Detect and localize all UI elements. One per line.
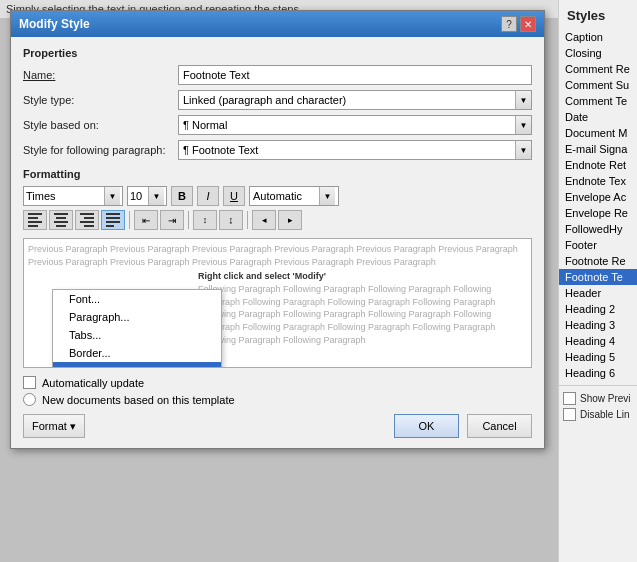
ok-button[interactable]: OK [394,414,459,438]
styles-list-item[interactable]: Closing [559,45,637,61]
following-para-row: Style for following paragraph: ¶ Footnot… [23,140,532,160]
styles-panel: Styles CaptionClosingComment ReComment S… [558,0,637,562]
show-preview-label: Show Previ [580,393,631,404]
menu-border[interactable]: Border... [53,344,221,362]
styles-list-item[interactable]: Heading 3 [559,317,637,333]
styles-bottom: Show Previ Disable Lin [559,385,637,430]
styles-list-item[interactable]: Endnote Ret [559,157,637,173]
indent-left-button[interactable]: ⇤ [134,210,158,230]
context-menu: Font... Paragraph... Tabs... Border... L… [52,289,222,368]
dialog-overlay: Simply selecting the text in question an… [0,0,558,562]
font-arrow[interactable]: ▼ [104,187,120,205]
style-type-arrow[interactable]: ▼ [515,91,531,109]
cancel-button[interactable]: Cancel [467,414,532,438]
name-input[interactable] [178,65,532,85]
preview-sample-text: Right click and select 'Modify' [198,271,527,281]
close-button[interactable]: ✕ [520,16,536,32]
style-type-label: Style type: [23,94,178,106]
titlebar-buttons: ? ✕ [501,16,536,32]
styles-list-item[interactable]: Heading 4 [559,333,637,349]
menu-language[interactable]: Language... [53,362,221,368]
menu-font[interactable]: Font... [53,290,221,308]
styles-list-item[interactable]: Header [559,285,637,301]
styles-list-item[interactable]: Heading 5 [559,349,637,365]
menu-paragraph[interactable]: Paragraph... [53,308,221,326]
auto-update-row: Automatically update [23,376,532,389]
align-right-button[interactable] [75,210,99,230]
indent-right-button[interactable]: ⇥ [160,210,184,230]
format-dropdown-button[interactable]: Format ▾ [23,414,85,438]
align-row: ⇤ ⇥ ↕ ↨ ◂ [23,210,532,230]
button-row: Format ▾ OK Cancel [23,414,532,438]
modify-style-dialog: Modify Style ? ✕ Properties Name: Style … [10,10,545,449]
name-row: Name: [23,65,532,85]
styles-list-item[interactable]: Envelope Ac [559,189,637,205]
line-spacing-button[interactable]: ↕ [193,210,217,230]
styles-title: Styles [559,4,637,29]
decrease-indent-button[interactable]: ◂ [252,210,276,230]
styles-list-item[interactable]: FollowedHy [559,221,637,237]
styles-list-item[interactable]: Comment Re [559,61,637,77]
styles-list-item[interactable]: Comment Su [559,77,637,93]
styles-list-item[interactable]: Caption [559,29,637,45]
following-para-value: ¶ Footnote Text [179,144,515,156]
size-arrow[interactable]: ▼ [148,187,164,205]
styles-list-item[interactable]: Heading 6 [559,365,637,381]
styles-list-item[interactable]: Document M [559,125,637,141]
styles-list-item[interactable]: Date [559,109,637,125]
separator1 [129,211,130,229]
styles-list-item[interactable]: Heading 2 [559,301,637,317]
align-center-button[interactable] [49,210,73,230]
style-based-value: ¶ Normal [179,119,515,131]
size-select[interactable]: 10 ▼ [127,186,167,206]
styles-list-item[interactable]: E-mail Signa [559,141,637,157]
separator3 [247,211,248,229]
style-based-select[interactable]: ¶ Normal ▼ [178,115,532,135]
auto-update-checkbox[interactable] [23,376,36,389]
increase-indent-button[interactable]: ▸ [278,210,302,230]
style-type-row: Style type: Linked (paragraph and charac… [23,90,532,110]
following-para-label: Style for following paragraph: [23,144,178,156]
disable-link-row: Disable Lin [563,408,633,421]
formatting-label: Formatting [23,168,532,180]
name-label: Name: [23,69,178,81]
style-based-label: Style based on: [23,119,178,131]
action-buttons: OK Cancel [394,414,532,438]
properties-section: Properties Name: Style type: Linked (par… [23,47,532,160]
style-type-select[interactable]: Linked (paragraph and character) ▼ [178,90,532,110]
preview-area: Previous Paragraph Previous Paragraph Pr… [23,238,532,368]
help-button[interactable]: ? [501,16,517,32]
underline-button[interactable]: U [223,186,245,206]
style-based-arrow[interactable]: ▼ [515,116,531,134]
style-type-value: Linked (paragraph and character) [179,94,515,106]
dialog-title: Modify Style [19,17,90,31]
styles-list-item[interactable]: Comment Te [559,93,637,109]
show-preview-row: Show Previ [563,392,633,405]
color-arrow[interactable]: ▼ [319,187,335,205]
new-docs-radio[interactable] [23,393,36,406]
show-preview-checkbox[interactable] [563,392,576,405]
align-justify-button[interactable] [101,210,125,230]
italic-button[interactable]: I [197,186,219,206]
disable-link-checkbox[interactable] [563,408,576,421]
new-docs-label: New documents based on this template [42,394,235,406]
styles-list-item[interactable]: Endnote Tex [559,173,637,189]
menu-tabs[interactable]: Tabs... [53,326,221,344]
styles-list: CaptionClosingComment ReComment SuCommen… [559,29,637,381]
auto-update-label: Automatically update [42,377,144,389]
styles-list-item[interactable]: Footnote Re [559,253,637,269]
font-value: Times [26,190,56,202]
font-select[interactable]: Times ▼ [23,186,123,206]
color-select[interactable]: Automatic ▼ [249,186,339,206]
style-based-row: Style based on: ¶ Normal ▼ [23,115,532,135]
properties-label: Properties [23,47,532,59]
styles-list-item[interactable]: Envelope Re [559,205,637,221]
para-spacing-button[interactable]: ↨ [219,210,243,230]
styles-list-item[interactable]: Footer [559,237,637,253]
following-para-select[interactable]: ¶ Footnote Text ▼ [178,140,532,160]
styles-list-item[interactable]: Footnote Te [559,269,637,285]
align-left-button[interactable] [23,210,47,230]
following-para-arrow[interactable]: ▼ [515,141,531,159]
dialog-titlebar: Modify Style ? ✕ [11,11,544,37]
bold-button[interactable]: B [171,186,193,206]
